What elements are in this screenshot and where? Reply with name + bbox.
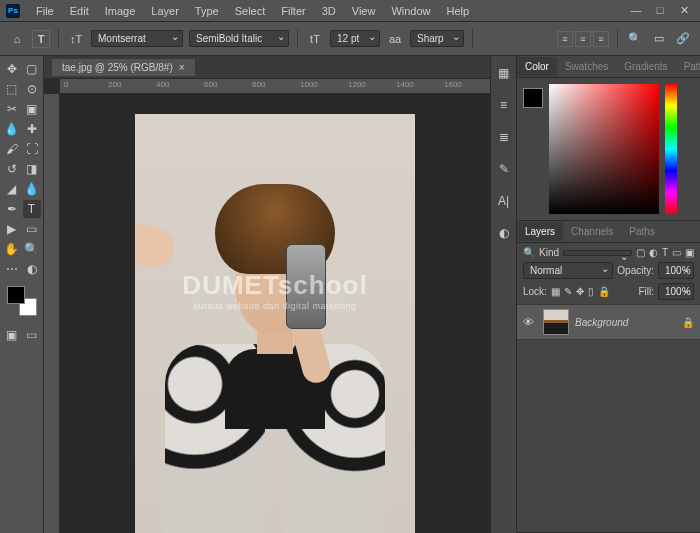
lock-pixels-icon[interactable]: ▦ (551, 286, 560, 297)
menu-image[interactable]: Image (97, 3, 144, 19)
document-tab[interactable]: tae.jpg @ 25% (RGB/8#) × (52, 59, 195, 76)
font-family-dropdown[interactable]: Montserrat (91, 30, 183, 47)
quickmask-icon[interactable]: ▣ (3, 326, 21, 344)
search-icon[interactable]: 🔍 (626, 30, 644, 48)
marquee-tool[interactable]: ⬚ (3, 80, 21, 98)
ruler-mark: 1000 (300, 80, 318, 89)
home-icon[interactable]: ⌂ (8, 30, 26, 48)
blend-mode-dropdown[interactable]: Normal (523, 262, 613, 279)
layer-thumbnail[interactable] (543, 309, 569, 335)
align-left-icon[interactable]: ≡ (557, 31, 573, 47)
filter-pixel-icon[interactable]: ▢ (636, 247, 645, 258)
brush-tool[interactable]: 🖌 (3, 140, 21, 158)
history-brush-tool[interactable]: ↺ (3, 160, 21, 178)
menu-window[interactable]: Window (383, 3, 438, 19)
ruler-mark: 400 (156, 80, 169, 89)
tab-swatches[interactable]: Swatches (557, 57, 616, 76)
menu-filter[interactable]: Filter (273, 3, 313, 19)
minimize-button[interactable]: — (630, 4, 642, 17)
menu-3d[interactable]: 3D (314, 3, 344, 19)
align-center-icon[interactable]: ≡ (575, 31, 591, 47)
ruler-mark: 1600 (444, 80, 462, 89)
panel-icon-2[interactable]: ≡ (495, 96, 513, 114)
menu-type[interactable]: Type (187, 3, 227, 19)
hand-tool[interactable]: ✋ (3, 240, 21, 258)
panel-icon-6[interactable]: ◐ (495, 224, 513, 242)
zoom-tool[interactable]: 🔍 (23, 240, 41, 258)
menu-edit[interactable]: Edit (62, 3, 97, 19)
layer-lock-icon[interactable]: 🔒 (682, 317, 694, 328)
edit-toolbar[interactable]: ⋯ (3, 260, 21, 278)
pen-tool[interactable]: ✒ (3, 200, 21, 218)
close-button[interactable]: ✕ (678, 4, 690, 17)
filter-adjust-icon[interactable]: ◐ (649, 247, 658, 258)
screenmode-icon[interactable]: ▭ (23, 326, 41, 344)
filter-type-icon[interactable]: T (662, 247, 668, 258)
align-right-icon[interactable]: ≡ (593, 31, 609, 47)
crop-tool[interactable]: ✂ (3, 100, 21, 118)
tab-patterns[interactable]: Patterns (676, 57, 700, 76)
ruler-mark: 0 (64, 80, 68, 89)
canvas-artwork: DUMETschool kursus website dan digital m… (135, 114, 415, 533)
tab-layers[interactable]: Layers (517, 222, 563, 241)
move-tool[interactable]: ✥ (3, 60, 21, 78)
eyedropper-tool[interactable]: 💧 (3, 120, 21, 138)
panel-icon-5[interactable]: A| (495, 192, 513, 210)
color-spectrum[interactable] (549, 84, 659, 214)
menu-select[interactable]: Select (227, 3, 274, 19)
filter-smart-icon[interactable]: ▣ (685, 247, 694, 258)
lock-icon[interactable]: 🔒 (598, 286, 610, 297)
fill-dropdown[interactable]: 100% (658, 283, 694, 300)
lock-all-icon[interactable]: ✥ (576, 286, 584, 297)
tool-preset[interactable]: T (32, 30, 50, 48)
eraser-tool[interactable]: ◨ (23, 160, 41, 178)
color-swatches[interactable] (7, 286, 37, 316)
tab-paths[interactable]: Paths (621, 222, 663, 241)
frame-tool[interactable]: ▣ (23, 100, 41, 118)
document-title: tae.jpg @ 25% (RGB/8#) (62, 62, 173, 73)
shape-tool[interactable]: ▭ (23, 220, 41, 238)
menu-file[interactable]: File (28, 3, 62, 19)
font-size-dropdown[interactable]: 12 pt (330, 30, 380, 47)
menu-help[interactable]: Help (439, 3, 478, 19)
tab-close-icon[interactable]: × (179, 62, 185, 73)
antialias-dropdown[interactable]: Sharp (410, 30, 464, 47)
color-current-swatch[interactable] (523, 88, 543, 108)
layer-filter-label: Kind (539, 247, 559, 258)
type-tool[interactable]: T (23, 200, 41, 218)
app-logo: Ps (6, 4, 20, 18)
menu-view[interactable]: View (344, 3, 384, 19)
visibility-icon[interactable]: 👁 (523, 316, 537, 328)
extra-tool[interactable]: ◐ (23, 260, 41, 278)
tab-channels[interactable]: Channels (563, 222, 621, 241)
panel-icon-4[interactable]: ✎ (495, 160, 513, 178)
panel-icon-1[interactable]: ▦ (495, 64, 513, 82)
panel-icon-3[interactable]: ≣ (495, 128, 513, 146)
font-style-dropdown[interactable]: SemiBold Italic (189, 30, 289, 47)
healing-tool[interactable]: ✚ (23, 120, 41, 138)
lasso-tool[interactable]: ⊙ (23, 80, 41, 98)
canvas-viewport[interactable]: DUMETschool kursus website dan digital m… (60, 94, 490, 533)
leading-icon: aa (386, 30, 404, 48)
artboard-tool[interactable]: ▢ (23, 60, 41, 78)
menu-layer[interactable]: Layer (143, 3, 187, 19)
path-tool[interactable]: ▶ (3, 220, 21, 238)
filter-shape-icon[interactable]: ▭ (672, 247, 681, 258)
layer-filter-dropdown[interactable] (563, 250, 632, 256)
tab-gradients[interactable]: Gradients (616, 57, 675, 76)
layer-row[interactable]: 👁 Background 🔒 (517, 304, 700, 340)
text-orientation-icon[interactable]: ↕T (67, 30, 85, 48)
lock-artboard-icon[interactable]: ▯ (588, 286, 594, 297)
opacity-dropdown[interactable]: 100% (658, 262, 694, 279)
workspace-icon[interactable]: ▭ (650, 30, 668, 48)
tab-color[interactable]: Color (517, 57, 557, 76)
share-icon[interactable]: 🔗 (674, 30, 692, 48)
hue-slider[interactable] (665, 84, 677, 214)
stamp-tool[interactable]: ⛶ (23, 140, 41, 158)
gradient-tool[interactable]: ◢ (3, 180, 21, 198)
options-bar: ⌂ T ↕T Montserrat SemiBold Italic tT 12 … (0, 22, 700, 56)
blur-tool[interactable]: 💧 (23, 180, 41, 198)
maximize-button[interactable]: □ (654, 4, 666, 17)
lock-position-icon[interactable]: ✎ (564, 286, 572, 297)
foreground-color[interactable] (7, 286, 25, 304)
